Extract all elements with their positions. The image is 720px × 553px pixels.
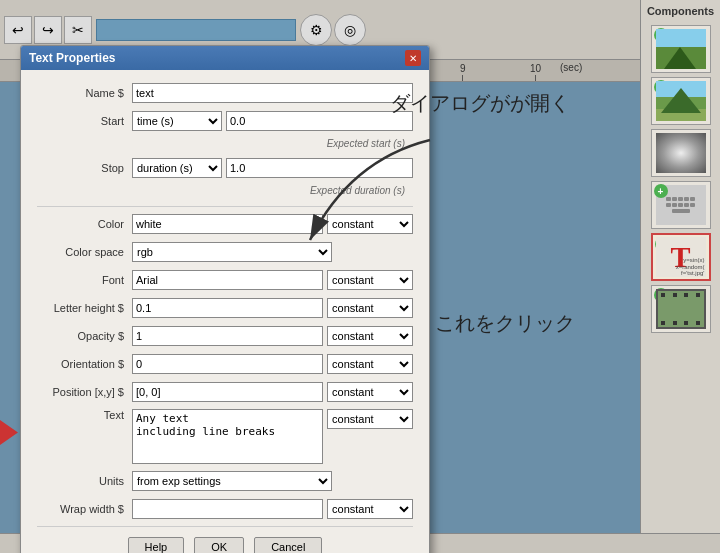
font-input[interactable] — [132, 270, 323, 290]
font-row: Font constant — [37, 269, 413, 291]
letterheight-row: Letter height $ constant — [37, 297, 413, 319]
orientation-row: Orientation $ constant — [37, 353, 413, 375]
ok-button[interactable]: OK — [194, 537, 244, 553]
opacity-input[interactable] — [132, 326, 323, 346]
dialog-button-row: Help OK Cancel — [37, 537, 413, 553]
start-input-group: time (s) — [132, 111, 413, 131]
name-row: Name $ — [37, 82, 413, 104]
annotation-dialog-opens: ダイアログがが開く — [390, 90, 570, 117]
orientation-label: Orientation $ — [37, 358, 132, 370]
divider-2 — [37, 526, 413, 527]
component-img-2 — [656, 81, 706, 121]
annotation-arrow-svg — [270, 130, 470, 260]
component-item-text[interactable]: + T y=sin(x) x=random( f='tst.jpg' — [651, 233, 711, 281]
orientation-input[interactable] — [132, 354, 323, 374]
name-label: Name $ — [37, 87, 132, 99]
toolbar-btn-1[interactable]: ↩ — [4, 16, 32, 44]
components-title: Components — [647, 5, 714, 17]
opacity-label: Opacity $ — [37, 330, 132, 342]
component-img-1 — [656, 29, 706, 69]
start-unit-select[interactable]: time (s) — [132, 111, 222, 131]
position-label: Position [x,y] $ — [37, 386, 132, 398]
toolbar-btn-2[interactable]: ↪ — [34, 16, 62, 44]
start-row: Start time (s) — [37, 110, 413, 132]
stop-label: Stop — [37, 162, 132, 174]
wrapwidth-input[interactable] — [132, 499, 323, 519]
component-img-3 — [656, 133, 706, 173]
name-input[interactable] — [132, 83, 413, 103]
round-btn-2[interactable]: ◎ — [334, 14, 366, 46]
component-item-3[interactable] — [651, 129, 711, 177]
wrapwidth-row: Wrap width $ constant — [37, 498, 413, 520]
dialog-title: Text Properties — [29, 51, 115, 65]
annotation-click-this: これをクリック — [435, 310, 575, 337]
letterheight-constant-select[interactable]: constant — [327, 298, 413, 318]
units-row: Units from exp settings — [37, 470, 413, 492]
opacity-row: Opacity $ constant — [37, 325, 413, 347]
position-input[interactable] — [132, 382, 323, 402]
component-img-6 — [656, 289, 706, 329]
component-item-2[interactable]: + — [651, 77, 711, 125]
component-item-6[interactable]: + — [651, 285, 711, 333]
help-button[interactable]: Help — [128, 537, 185, 553]
components-panel: Components + + + — [640, 0, 720, 553]
text-constant-select[interactable]: constant — [327, 409, 413, 429]
cancel-button[interactable]: Cancel — [254, 537, 322, 553]
start-label: Start — [37, 115, 132, 127]
annotation-text-2: これをクリック — [435, 312, 575, 334]
letterheight-input[interactable] — [132, 298, 323, 318]
round-btn-1[interactable]: ⚙ — [300, 14, 332, 46]
letterheight-label: Letter height $ — [37, 302, 132, 314]
dialog-close-button[interactable]: ✕ — [405, 50, 421, 66]
position-row: Position [x,y] $ constant — [37, 381, 413, 403]
dialog-titlebar: Text Properties ✕ — [21, 46, 429, 70]
units-select[interactable]: from exp settings — [132, 471, 332, 491]
font-constant-select[interactable]: constant — [327, 270, 413, 290]
opacity-constant-select[interactable]: constant — [327, 326, 413, 346]
text-textarea[interactable]: Any text including line breaks — [132, 409, 323, 464]
start-value-input[interactable] — [226, 111, 413, 131]
text-row: Text Any text including line breaks cons… — [37, 409, 413, 464]
units-label: Units — [37, 475, 132, 487]
wrapwidth-constant-select[interactable]: constant — [327, 499, 413, 519]
position-constant-select[interactable]: constant — [327, 382, 413, 402]
font-label: Font — [37, 274, 132, 286]
wrapwidth-label: Wrap width $ — [37, 503, 132, 515]
ruler-unit: (sec) — [560, 62, 582, 73]
toolbar-btn-3[interactable]: ✂ — [64, 16, 92, 44]
component-item-4[interactable]: + — [651, 181, 711, 229]
stop-unit-select[interactable]: duration (s) — [132, 158, 222, 178]
annotation-text-1: ダイアログがが開く — [390, 92, 570, 114]
text-label: Text — [37, 409, 132, 421]
orientation-constant-select[interactable]: constant — [327, 354, 413, 374]
color-label: Color — [37, 218, 132, 230]
component-text-overlay: y=sin(x) x=random( f='tst.jpg' — [676, 257, 705, 277]
component-item-1[interactable]: + — [651, 25, 711, 73]
text-properties-dialog: Text Properties ✕ Name $ Start time (s) … — [20, 45, 430, 553]
colorspace-label: Color space — [37, 246, 132, 258]
component-plus-badge-4: + — [654, 184, 668, 198]
component-img-text: T y=sin(x) x=random( f='tst.jpg' — [656, 237, 706, 277]
